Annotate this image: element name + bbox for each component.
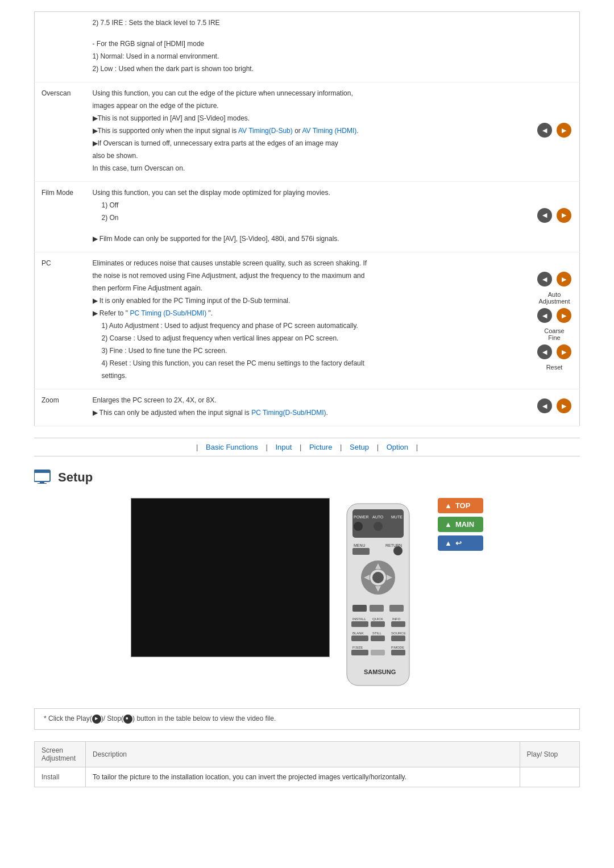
zoom-p1: Enlarges the PC screen to 2X, 4X, or 8X. — [93, 395, 523, 405]
nav-sep-4: | — [340, 443, 342, 451]
filmmode-right-btn[interactable]: ▶ — [557, 208, 571, 223]
svg-text:AUTO: AUTO — [372, 515, 384, 519]
zoom-left-btn[interactable]: ◀ — [537, 398, 552, 413]
setup-icon — [34, 468, 52, 487]
table-row-install: Install To tailor the picture to the ins… — [35, 767, 580, 787]
main-button[interactable]: ▲ MAIN — [438, 517, 483, 532]
play-icon-notice — [92, 715, 101, 724]
filmmode-p3: 2) On — [93, 213, 523, 223]
nav-option[interactable]: Option — [387, 443, 408, 451]
pc-auto-left-btn[interactable]: ◀ — [537, 272, 552, 286]
svg-text:INSTALL: INSTALL — [352, 617, 367, 621]
svg-rect-42 — [351, 650, 368, 655]
overscan-p3: ▶This is not supported in [AV] and [S-Vi… — [93, 113, 523, 123]
pc-auto-right-btn[interactable]: ▶ — [557, 272, 571, 286]
overscan-p7: In this case, turn Overscan on. — [93, 163, 523, 173]
svg-point-15 — [393, 546, 403, 555]
overscan-p6: also be shown. — [93, 151, 523, 161]
install-play-stop — [520, 767, 579, 787]
pc-p2: the noise is not removed using Fine Adju… — [93, 271, 523, 281]
svg-rect-37 — [351, 636, 368, 641]
svg-text:INFO: INFO — [392, 617, 401, 621]
overscan-right-btn[interactable]: ▶ — [557, 123, 571, 138]
svg-rect-31 — [351, 621, 368, 627]
pc-coarse-btn-pair: ◀ ▶ — [536, 307, 572, 324]
overscan-p4: ▶This is supported only when the input s… — [93, 126, 523, 136]
svg-text:SAMSUNG: SAMSUNG — [364, 668, 396, 675]
th-play-stop: Play/ Stop — [520, 742, 579, 767]
top-main-buttons: ▲ TOP ▲ MAIN ▲ ↩ — [438, 498, 483, 551]
icon-cell-filmmode: ◀ ▶ — [529, 182, 580, 252]
bottom-table-header-row: ScreenAdjustment Description Play/ Stop — [35, 742, 580, 767]
icon-cell-pc: ◀ ▶ AutoAdjustment ◀ ▶ CoarseFine — [529, 252, 580, 389]
nav-input[interactable]: Input — [275, 443, 292, 451]
content-cell-ire: 2) 7.5 IRE : Sets the black level to 7.5… — [86, 12, 530, 82]
icon-cell-empty — [529, 12, 580, 82]
th-description: Description — [86, 742, 520, 767]
nav-picture[interactable]: Picture — [309, 443, 332, 451]
notice-text: * Click the Play()/ Stop() button in the… — [44, 715, 276, 722]
svg-text:MENU: MENU — [354, 543, 366, 547]
svg-rect-26 — [370, 605, 384, 612]
pc-auto-btn-pair: ◀ ▶ — [536, 271, 572, 288]
overscan-link2[interactable]: AV Timing (HDMI) — [302, 127, 356, 135]
pc-reset-left-btn[interactable]: ◀ — [537, 344, 552, 359]
content-zoom: Enlarges the PC screen to 2X, 4X, or 8X.… — [86, 389, 530, 426]
svg-point-11 — [393, 522, 403, 531]
svg-text:POWER: POWER — [354, 515, 368, 519]
pc-p9: 4) Reset : Using this function, you can … — [93, 358, 523, 368]
overscan-btn-pair: ◀ ▶ — [536, 122, 572, 139]
filmmode-p1: Using this function, you can set the dis… — [93, 188, 523, 198]
label-pc: PC — [35, 252, 86, 389]
icon-cell-overscan: ◀ ▶ — [529, 82, 580, 182]
nav-sep-1: | — [196, 443, 198, 451]
overscan-link1[interactable]: AV Timing(D-Sub) — [238, 127, 293, 135]
remote-wrapper: POWER AUTO MUTE MENU RETURN — [341, 498, 415, 691]
content-filmmode: Using this function, you can set the dis… — [86, 182, 530, 252]
svg-rect-27 — [389, 605, 404, 612]
overscan-left-btn[interactable]: ◀ — [537, 123, 552, 138]
filmmode-p2: 1) Off — [93, 200, 523, 210]
pc-auto-label: AutoAdjustment — [536, 291, 572, 305]
setup-content: POWER AUTO MUTE MENU RETURN — [34, 498, 580, 691]
ire-text-1: 2) 7.5 IRE : Sets the black level to 7.5… — [93, 18, 523, 28]
pc-p8: 3) Fine : Used to fine tune the PC scree… — [93, 346, 523, 356]
svg-rect-43 — [371, 650, 385, 655]
setup-image — [131, 498, 330, 657]
pc-reset-right-btn[interactable]: ▶ — [557, 344, 571, 359]
notice-bar: * Click the Play()/ Stop() button in the… — [34, 708, 580, 730]
svg-rect-1 — [34, 470, 50, 473]
table-row-zoom: Zoom Enlarges the PC screen to 2X, 4X, o… — [35, 389, 580, 426]
zoom-btn-pair: ◀ ▶ — [536, 397, 572, 414]
nav-sep-3: | — [300, 443, 301, 451]
remote-control-svg: POWER AUTO MUTE MENU RETURN — [341, 498, 415, 691]
table-row-filmmode: Film Mode Using this function, you can s… — [35, 182, 580, 252]
nav-sep-5: | — [377, 443, 379, 451]
pc-coarse-right-btn[interactable]: ▶ — [557, 308, 571, 323]
zoom-link[interactable]: PC Timing(D-Sub/HDMI) — [251, 409, 326, 417]
setup-header: Setup — [34, 468, 580, 487]
back-icon: ↩ — [455, 539, 462, 547]
nav-basic-functions[interactable]: Basic Functions — [206, 443, 258, 451]
main-label: MAIN — [455, 520, 474, 529]
label-filmmode: Film Mode — [35, 182, 86, 252]
table-row-pc: PC Eliminates or reduces noise that caus… — [35, 252, 580, 389]
svg-rect-3 — [38, 483, 47, 484]
svg-text:P.SIZE: P.SIZE — [352, 646, 363, 649]
pc-p7: 2) Coarse : Used to adjust frequency whe… — [93, 333, 523, 343]
svg-point-9 — [354, 522, 363, 531]
filmmode-left-btn[interactable]: ◀ — [537, 208, 552, 223]
bottom-table: ScreenAdjustment Description Play/ Stop … — [34, 741, 580, 787]
pc-p4: ▶ It is only enabled for the PC Timing i… — [93, 296, 523, 306]
pc-coarse-left-btn[interactable]: ◀ — [537, 308, 552, 323]
label-overscan: Overscan — [35, 82, 86, 182]
zoom-right-btn[interactable]: ▶ — [557, 398, 571, 413]
svg-text:STILL: STILL — [372, 632, 382, 635]
top-label: TOP — [455, 501, 471, 510]
nav-setup[interactable]: Setup — [350, 443, 369, 451]
pc-link[interactable]: PC Timing (D-Sub/HDMI) — [128, 309, 208, 317]
back-button[interactable]: ▲ ↩ — [438, 535, 483, 551]
svg-rect-25 — [352, 605, 367, 612]
svg-rect-38 — [371, 636, 385, 641]
top-button[interactable]: ▲ TOP — [438, 498, 483, 513]
